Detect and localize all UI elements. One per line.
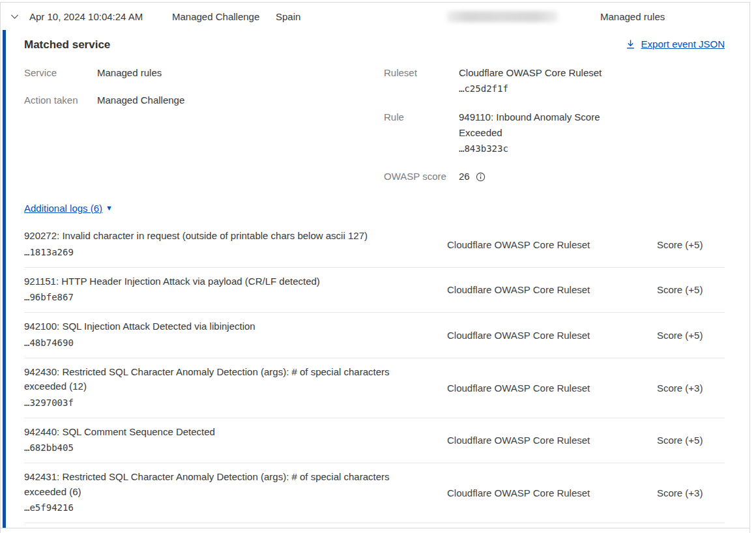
ruleset-id: …c25d2f1f — [459, 81, 602, 97]
owasp-score-label: OWASP score — [384, 169, 459, 184]
redacted-host-blur — [447, 11, 558, 22]
event-summary-row[interactable]: Apr 10, 2024 10:04:24 AM Managed Challen… — [1, 3, 749, 30]
log-score: Score (+5) — [657, 330, 725, 341]
log-ruleset: Cloudflare OWASP Core Ruleset — [447, 382, 657, 394]
log-rule-id: …96bfe867 — [24, 289, 447, 306]
detail-left-column: Service Managed rules Action taken Manag… — [24, 65, 384, 120]
log-rule-id: …48b74690 — [24, 335, 447, 351]
info-icon[interactable] — [476, 172, 486, 182]
log-row: 921151: HTTP Header Injection Attack via… — [24, 268, 725, 313]
log-description: 942100: SQL Injection Attack Detected vi… — [24, 319, 410, 334]
owasp-score-field: OWASP score 26 — [384, 169, 725, 184]
log-score: Score (+5) — [657, 284, 725, 295]
expanded-row-accent — [3, 30, 6, 528]
rule-field: Rule 949110: Inbound Anomaly Score Excee… — [384, 109, 725, 157]
log-ruleset: Cloudflare OWASP Core Ruleset — [447, 239, 657, 250]
additional-logs-toggle[interactable]: Additional logs (6) ▼ — [24, 203, 113, 214]
log-rule-id: …e5f94216 — [24, 500, 447, 516]
rule-name: 949110: Inbound Anomaly Score Exceeded — [459, 111, 600, 138]
matched-service-details: Service Managed rules Action taken Manag… — [24, 65, 725, 184]
action-taken-value: Managed Challenge — [97, 93, 184, 108]
rule-value: 949110: Inbound Anomaly Score Exceeded …… — [459, 109, 620, 157]
ruleset-label: Ruleset — [384, 65, 459, 97]
log-row: 942440: SQL Comment Sequence Detected …6… — [24, 418, 725, 464]
log-row: 920272: Invalid character in request (ou… — [24, 222, 725, 268]
log-description: 942440: SQL Comment Sequence Detected — [24, 425, 410, 440]
log-rule-id: …682bb405 — [24, 440, 447, 456]
ruleset-value: Cloudflare OWASP Core Ruleset …c25d2f1f — [459, 65, 602, 97]
firewall-event-window: Apr 10, 2024 10:04:24 AM Managed Challen… — [0, 2, 750, 533]
log-score: Score (+3) — [657, 487, 725, 498]
panel-title: Matched service — [24, 38, 110, 51]
caret-down-icon: ▼ — [106, 205, 113, 212]
export-event-json-link[interactable]: Export event JSON — [626, 38, 725, 50]
ruleset-field: Ruleset Cloudflare OWASP Core Ruleset …c… — [384, 65, 725, 97]
event-timestamp: Apr 10, 2024 10:04:24 AM — [29, 11, 172, 22]
log-description: 920272: Invalid character in request (ou… — [24, 229, 410, 244]
log-ruleset: Cloudflare OWASP Core Ruleset — [447, 284, 657, 295]
log-score: Score (+3) — [657, 382, 725, 394]
additional-logs-table: 920272: Invalid character in request (ou… — [24, 222, 725, 523]
action-taken-label: Action taken — [24, 93, 97, 108]
log-rule-id: …3297003f — [24, 395, 447, 411]
event-service: Managed rules — [600, 11, 665, 22]
rule-label: Rule — [384, 109, 459, 157]
log-ruleset: Cloudflare OWASP Core Ruleset — [447, 435, 657, 446]
rule-id: …843b323c — [459, 141, 620, 157]
log-description: 942431: Restricted SQL Character Anomaly… — [24, 470, 410, 499]
service-label: Service — [24, 65, 97, 81]
log-score: Score (+5) — [657, 239, 725, 250]
service-value: Managed rules — [97, 65, 162, 81]
log-ruleset: Cloudflare OWASP Core Ruleset — [447, 487, 657, 498]
export-event-json-label: Export event JSON — [641, 38, 725, 50]
log-description: 921151: HTTP Header Injection Attack via… — [24, 274, 410, 289]
log-row: 942100: SQL Injection Attack Detected vi… — [24, 313, 725, 358]
ruleset-name: Cloudflare OWASP Core Ruleset — [459, 67, 602, 78]
service-field: Service Managed rules — [24, 65, 384, 81]
event-detail-panel: Matched service Export event JSON Servic… — [1, 30, 749, 523]
owasp-score-value: 26 — [459, 169, 470, 184]
chevron-down-icon[interactable] — [10, 12, 25, 22]
log-ruleset: Cloudflare OWASP Core Ruleset — [447, 330, 657, 341]
detail-right-column: Ruleset Cloudflare OWASP Core Ruleset …c… — [384, 65, 725, 184]
event-action: Managed Challenge — [172, 11, 276, 22]
log-score: Score (+5) — [657, 435, 725, 446]
log-row: 942431: Restricted SQL Character Anomaly… — [24, 463, 725, 523]
log-description: 942430: Restricted SQL Character Anomaly… — [24, 365, 410, 394]
action-taken-field: Action taken Managed Challenge — [24, 93, 384, 108]
log-row: 942430: Restricted SQL Character Anomaly… — [24, 358, 725, 418]
panel-bottom-divider — [1, 528, 749, 528]
additional-logs-label: Additional logs (6) — [24, 203, 102, 214]
download-icon — [626, 39, 635, 50]
event-country: Spain — [276, 11, 347, 22]
log-rule-id: …1813a269 — [24, 244, 447, 261]
